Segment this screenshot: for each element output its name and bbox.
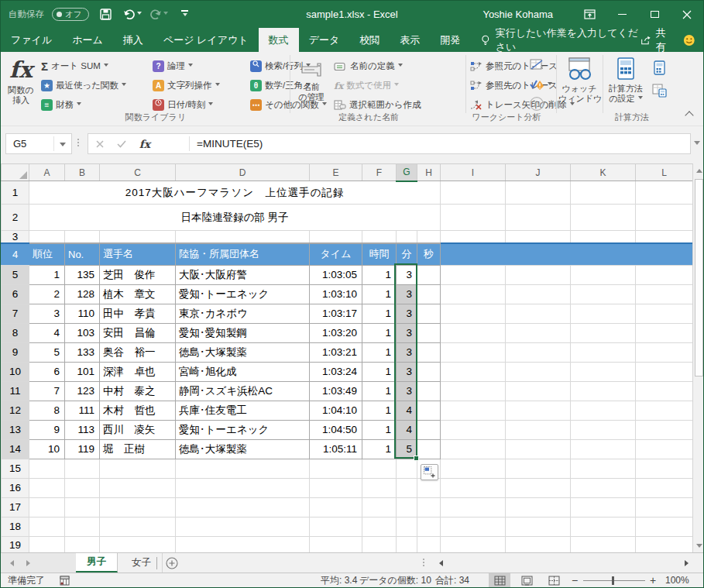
- cell[interactable]: 3: [397, 284, 417, 304]
- cell[interactable]: [441, 517, 506, 536]
- cell[interactable]: 1: [29, 265, 65, 284]
- cell[interactable]: [571, 323, 636, 342]
- cell[interactable]: [636, 205, 693, 231]
- cell[interactable]: 兵庫･住友電工: [176, 401, 310, 420]
- tab-developer[interactable]: 開発: [430, 28, 470, 52]
- account-user-name[interactable]: Yoshie Kohama: [482, 9, 553, 20]
- cell[interactable]: 奥谷 裕一: [100, 342, 176, 362]
- cell[interactable]: [29, 536, 65, 552]
- cell[interactable]: 4: [29, 323, 65, 342]
- cell[interactable]: [441, 342, 506, 362]
- row-header[interactable]: 18: [2, 517, 29, 536]
- scroll-down-icon[interactable]: [693, 538, 704, 552]
- cell[interactable]: [636, 243, 693, 265]
- use-in-formula-button[interactable]: fx 数式で使用: [334, 77, 399, 95]
- tab-formulas[interactable]: 数式: [259, 28, 299, 52]
- column-header[interactable]: F: [362, 164, 397, 181]
- cell[interactable]: [310, 497, 362, 517]
- cell[interactable]: [506, 497, 571, 517]
- cell[interactable]: [636, 459, 693, 478]
- cell[interactable]: [636, 231, 693, 244]
- cell[interactable]: [506, 381, 571, 401]
- cell[interactable]: [571, 420, 636, 439]
- logical-button[interactable]: ? 論理: [153, 57, 193, 75]
- name-box[interactable]: G5: [5, 133, 72, 154]
- cell[interactable]: [176, 459, 310, 478]
- cell[interactable]: [506, 304, 571, 323]
- cell[interactable]: 3: [397, 265, 417, 284]
- row-header[interactable]: 17: [2, 497, 29, 517]
- text-functions-button[interactable]: A 文字列操作: [153, 77, 220, 95]
- cell[interactable]: [571, 536, 636, 552]
- cell[interactable]: [441, 304, 506, 323]
- row-header[interactable]: 1: [2, 181, 29, 205]
- column-header[interactable]: J: [506, 164, 571, 181]
- cell[interactable]: 4: [397, 401, 417, 420]
- table-header[interactable]: 分: [397, 243, 417, 265]
- calculate-now-button[interactable]: [650, 58, 668, 77]
- autosum-button[interactable]: Σ オート SUM: [41, 57, 108, 75]
- autofill-options-button[interactable]: [421, 464, 438, 480]
- cell[interactable]: 2: [29, 284, 65, 304]
- cell[interactable]: [506, 517, 571, 536]
- tab-page-layout[interactable]: ページ レイアウト: [153, 28, 259, 52]
- cell[interactable]: [571, 205, 636, 231]
- cell[interactable]: [29, 517, 65, 536]
- select-all-corner[interactable]: [2, 164, 29, 181]
- fill-handle[interactable]: [414, 456, 419, 461]
- cell[interactable]: 徳島･大塚製薬: [176, 342, 310, 362]
- cell[interactable]: [65, 536, 100, 552]
- cell[interactable]: [176, 478, 310, 497]
- cell[interactable]: [441, 401, 506, 420]
- cell[interactable]: 1:03:24: [310, 362, 362, 381]
- cell[interactable]: [636, 517, 693, 536]
- cell[interactable]: 愛知･愛知製鋼: [176, 323, 310, 342]
- cell[interactable]: [571, 243, 636, 265]
- financial-button[interactable]: ≡ 財務: [41, 96, 81, 114]
- vertical-scrollbar[interactable]: [692, 163, 704, 552]
- cell[interactable]: 1:03:49: [310, 381, 362, 401]
- cell[interactable]: [29, 497, 65, 517]
- cell[interactable]: 1: [362, 323, 397, 342]
- cell[interactable]: [417, 497, 441, 517]
- cell[interactable]: [417, 381, 441, 401]
- cell[interactable]: 植木 章文: [100, 284, 176, 304]
- cell[interactable]: [636, 536, 693, 552]
- smiley-feedback-icon[interactable]: [683, 33, 695, 47]
- column-header[interactable]: K: [571, 164, 636, 181]
- cell[interactable]: 1: [362, 381, 397, 401]
- cell[interactable]: [441, 323, 506, 342]
- cell[interactable]: 東京･カネボウ: [176, 304, 310, 323]
- cell[interactable]: 1:03:20: [310, 323, 362, 342]
- cell[interactable]: [636, 439, 693, 459]
- scroll-up-icon[interactable]: [693, 163, 704, 177]
- cell[interactable]: [506, 205, 571, 231]
- cell[interactable]: 5: [29, 342, 65, 362]
- next-sheet-icon[interactable]: [26, 560, 30, 566]
- cell[interactable]: 3: [397, 342, 417, 362]
- cell[interactable]: [362, 459, 397, 478]
- cell[interactable]: [636, 304, 693, 323]
- cell[interactable]: 深津 卓也: [100, 362, 176, 381]
- cell[interactable]: [397, 231, 417, 244]
- maximize-button[interactable]: [638, 1, 671, 28]
- cell[interactable]: [506, 181, 571, 205]
- cell[interactable]: [417, 231, 441, 244]
- cancel-button[interactable]: [90, 134, 110, 153]
- row-header[interactable]: 2: [2, 205, 29, 231]
- row-header[interactable]: 10: [2, 362, 29, 381]
- cell[interactable]: 田中 孝貴: [100, 304, 176, 323]
- cell[interactable]: 8: [29, 401, 65, 420]
- cell[interactable]: 1:03:17: [310, 304, 362, 323]
- cell[interactable]: [506, 439, 571, 459]
- column-header[interactable]: B: [65, 164, 100, 181]
- cell[interactable]: [506, 342, 571, 362]
- cell[interactable]: [571, 181, 636, 205]
- column-header-selected[interactable]: G: [397, 164, 417, 181]
- cell[interactable]: 3: [397, 304, 417, 323]
- cell[interactable]: 128: [65, 284, 100, 304]
- insert-function-fx-button[interactable]: fx: [135, 134, 155, 153]
- cell[interactable]: [441, 231, 506, 244]
- cell[interactable]: 133: [65, 342, 100, 362]
- cell[interactable]: [636, 401, 693, 420]
